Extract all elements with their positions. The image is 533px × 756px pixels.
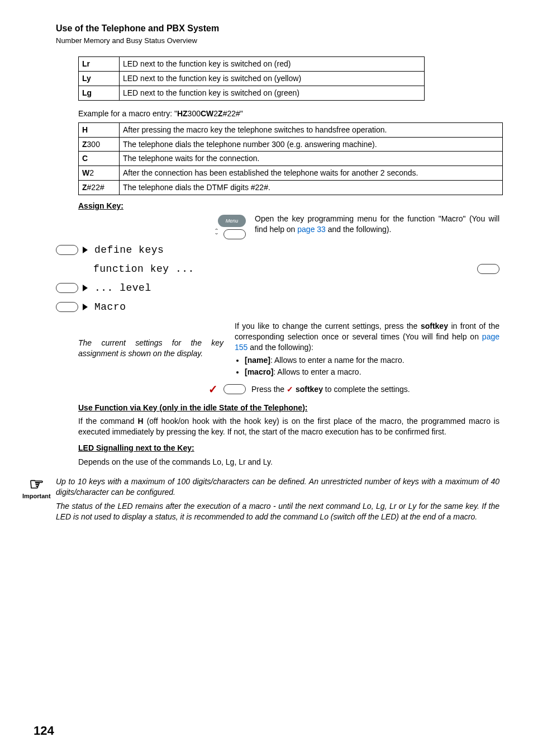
current-settings-note: The current settings for the key assignm…: [78, 321, 223, 379]
lcd-text: Macro: [94, 300, 126, 314]
softkey-icon: [56, 283, 78, 293]
cell-code: Lr: [79, 57, 120, 72]
menu-button-icon: Menu: [218, 215, 246, 227]
cell-desc: The telephone dials the telephone number…: [120, 137, 503, 152]
example-intro: Example for a macro entry: "HZ300CW2Z#22…: [78, 108, 499, 119]
page-number: 124: [34, 722, 54, 739]
text: 2: [213, 109, 218, 118]
press-text: Press the ✓ softkey to complete the sett…: [251, 384, 499, 395]
text: #22#: [87, 183, 104, 192]
cell-desc: The telephone waits for the connection.: [120, 152, 503, 166]
check-icon: ✓: [208, 383, 218, 395]
cell-desc: LED next to the function key is switched…: [120, 86, 425, 100]
cell-desc: After pressing the macro key the telepho…: [120, 122, 503, 137]
text: Press the: [251, 385, 287, 394]
list-item: [macro]: Allows to enter a macro.: [245, 367, 499, 377]
cell-code: Z300: [79, 137, 120, 152]
softkey-icon: [477, 264, 499, 274]
cell-code: Lg: [79, 86, 120, 100]
text: and the following).: [326, 225, 392, 234]
lcd-text: function key ...: [93, 262, 194, 276]
page-subtitle: Number Memory and Busy Status Overview: [56, 36, 499, 46]
led-table: Lr LED next to the function key is switc…: [78, 56, 425, 101]
cell-code: Z#22#: [79, 181, 120, 195]
cell-desc: After the connection has been establishe…: [120, 166, 503, 181]
important-note-2: The status of the LED remains after the …: [56, 501, 499, 522]
table-row: C The telephone waits for the connection…: [79, 152, 503, 166]
text: : Allows to enter a macro.: [273, 367, 361, 376]
text: [macro]: [245, 367, 273, 376]
open-menu-text: Open the key programming menu for the fu…: [255, 214, 499, 235]
arrow-icon: [83, 304, 88, 310]
change-text: If you like to change the current settin…: [235, 321, 499, 353]
table-row: H After pressing the macro key the telep…: [79, 122, 503, 137]
list-item: [name]: Allows to enter a name for the m…: [245, 355, 499, 366]
arrow-icon: [83, 247, 88, 253]
text: : Allows to enter a name for the macro.: [270, 356, 404, 365]
text: H: [138, 417, 144, 426]
text: CW: [201, 109, 213, 118]
table-row: Ly LED next to the function key is switc…: [79, 72, 425, 86]
led-signal-body: Depends on the use of the commands Lo, L…: [78, 457, 499, 467]
table-row: W2 After the connection has been establi…: [79, 166, 503, 181]
text: #22#": [223, 109, 243, 118]
softkey-icon: [223, 384, 246, 394]
text: Z: [218, 109, 223, 118]
text: softkey: [293, 385, 323, 394]
led-signal-heading: LED Signalling next to the Key:: [78, 443, 499, 453]
text: W: [82, 168, 89, 177]
cell-desc: The telephone dials the DTMF digits #22#…: [120, 181, 503, 195]
softkey-icon: [56, 302, 78, 312]
table-row: Lg LED next to the function key is switc…: [79, 86, 425, 100]
text: [name]: [245, 356, 270, 365]
text: 300: [87, 140, 100, 149]
arrow-icon: [83, 285, 88, 291]
text: Example for a macro entry: ": [78, 109, 177, 118]
text: If the command: [78, 417, 138, 426]
text: Z: [82, 183, 87, 192]
softkey-icon: [223, 229, 246, 239]
important-label: Important: [22, 492, 50, 500]
text: 300: [188, 109, 201, 118]
cell-code: C: [79, 152, 120, 166]
important-icon: ☞ Important: [22, 476, 50, 522]
table-row: Z#22# The telephone dials the DTMF digit…: [79, 181, 503, 195]
text: and the following):: [248, 343, 313, 352]
page-section-title: Use of the Telephone and PBX System: [56, 22, 499, 35]
text: to complete the settings.: [323, 385, 410, 394]
cell-desc: LED next to the function key is switched…: [120, 57, 425, 72]
text: If you like to change the current settin…: [235, 322, 421, 330]
cell-code: H: [79, 122, 120, 137]
macro-table: H After pressing the macro key the telep…: [78, 122, 503, 195]
table-row: Z300 The telephone dials the telephone n…: [79, 137, 503, 152]
cell-desc: LED next to the function key is switched…: [120, 72, 425, 86]
use-function-heading: Use Function via Key (only in the idle S…: [78, 403, 499, 413]
updown-icon: ˆˇ: [215, 230, 218, 239]
check-icon: ✓: [287, 385, 293, 394]
cell-code: Ly: [79, 72, 120, 86]
text: Z: [82, 140, 87, 149]
lcd-text: define keys: [94, 243, 164, 257]
text: 2: [89, 168, 94, 177]
hand-icon: ☞: [22, 476, 50, 492]
use-function-body: If the command H (off hook/on hook with …: [78, 416, 499, 437]
text: softkey: [421, 322, 448, 330]
important-note-1: Up to 10 keys with a maximum of 100 digi…: [56, 476, 499, 498]
table-row: Lr LED next to the function key is switc…: [79, 57, 425, 72]
cell-code: W2: [79, 166, 120, 181]
text: HZ: [177, 109, 188, 118]
page-link[interactable]: page 33: [297, 225, 326, 234]
assign-key-heading: Assign Key:: [78, 201, 499, 211]
softkey-icon: [56, 245, 78, 255]
lcd-text: ... level: [94, 281, 151, 295]
